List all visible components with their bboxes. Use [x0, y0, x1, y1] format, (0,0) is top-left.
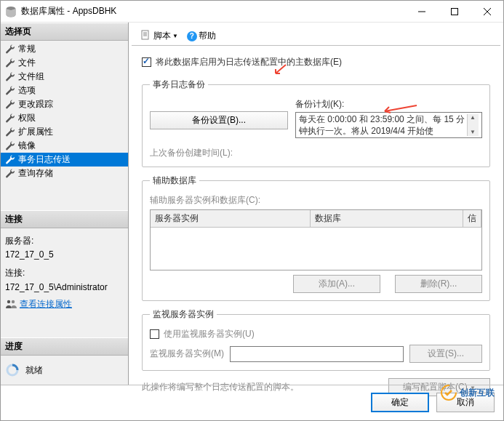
monitor-settings-button[interactable]: 设置(S)...: [409, 345, 482, 363]
col-server[interactable]: 服务器实例: [151, 210, 311, 227]
backup-group-legend: 事务日志备份: [150, 79, 208, 91]
monitor-instance-label: 监视服务器实例(M): [150, 348, 224, 360]
close-button[interactable]: [471, 1, 503, 22]
use-monitor-label: 使用监视服务器实例(U): [164, 328, 255, 340]
help-icon: ?: [187, 31, 197, 41]
add-button[interactable]: 添加(A)...: [293, 275, 380, 293]
help-button[interactable]: ? 帮助: [184, 28, 219, 44]
sidebar: 选择页 常规 文件 文件组 选项 更改跟踪 权限 扩展属性 镜像 事务日志传送 …: [1, 23, 129, 385]
main-panel: 脚本 ▼ ? 帮助 将此数据库启用为日志传送配置中的主数据库(E) 事务日志备份…: [129, 23, 503, 385]
wrench-icon: [5, 127, 15, 137]
chevron-down-icon: ▼: [172, 33, 178, 39]
svg-point-5: [7, 300, 10, 303]
svg-point-6: [12, 300, 15, 303]
minimize-button[interactable]: [405, 1, 438, 22]
people-icon: [5, 299, 17, 309]
progress-block: 就绪: [1, 356, 128, 385]
monitor-group: 监视服务器实例 使用监视服务器实例(U) 监视服务器实例(M) 设置(S)...: [142, 308, 490, 371]
wrench-icon: [5, 141, 15, 151]
page-item-permissions[interactable]: 权限: [1, 111, 128, 125]
maximize-button[interactable]: [438, 1, 471, 22]
wrench-icon: [5, 58, 15, 68]
col-trust[interactable]: 信: [463, 210, 481, 227]
script-button[interactable]: 脚本 ▼: [137, 28, 181, 44]
window-title: 数据库属性 - AppsDBHK: [21, 5, 405, 17]
wrench-icon: [5, 72, 15, 82]
scrollbar[interactable]: [467, 114, 479, 136]
server-value: 172_17_0_5: [5, 248, 124, 262]
page-item-files[interactable]: 文件: [1, 56, 128, 70]
cancel-button[interactable]: 取消: [436, 393, 495, 412]
secondary-instances-label: 辅助服务器实例和数据库(C):: [150, 194, 482, 207]
titlebar: 数据库属性 - AppsDBHK: [1, 1, 503, 23]
backup-plan-textbox[interactable]: 每天在 0:00:00 和 23:59:00 之间、每 15 分钟执行一次。将从…: [295, 112, 482, 138]
page-item-filegroups[interactable]: 文件组: [1, 70, 128, 84]
wrench-icon: [5, 44, 15, 55]
footer: 创新互联 确定 取消: [1, 385, 503, 420]
script-icon: [140, 30, 151, 42]
col-db[interactable]: 数据库: [311, 210, 463, 227]
wrench-icon: [5, 86, 15, 96]
connection-header: 连接: [1, 210, 128, 228]
server-label: 服务器:: [5, 234, 124, 248]
page-item-general[interactable]: 常规: [1, 42, 128, 56]
select-page-header: 选择页: [1, 23, 128, 41]
progress-status: 就绪: [25, 364, 43, 377]
wrench-icon: [5, 155, 15, 165]
svg-rect-2: [451, 8, 457, 15]
backup-settings-button[interactable]: 备份设置(B)...: [150, 111, 288, 129]
use-monitor-checkbox[interactable]: [150, 329, 159, 339]
wrench-icon: [5, 113, 15, 124]
secondary-group: 辅助数据库 辅助服务器实例和数据库(C): 服务器实例 数据库 信 添加(A).…: [142, 175, 490, 301]
spinner-icon: [5, 363, 20, 377]
db-icon: [5, 6, 17, 17]
enable-logshipping-checkbox[interactable]: [142, 57, 151, 67]
svg-point-0: [7, 7, 15, 10]
page-item-querystore[interactable]: 查询存储: [1, 167, 128, 180]
page-item-changetracking[interactable]: 更改跟踪: [1, 97, 128, 111]
wrench-icon: [5, 169, 15, 179]
last-backup-label: 上次备份创建时间(L):: [150, 147, 482, 159]
svg-rect-8: [142, 31, 148, 39]
ok-button[interactable]: 确定: [371, 393, 429, 412]
page-item-extendedprops[interactable]: 扩展属性: [1, 125, 128, 139]
view-connection-properties-link[interactable]: 查看连接属性: [20, 297, 72, 311]
page-item-logshipping[interactable]: 事务日志传送: [1, 153, 128, 167]
connection-label: 连接:: [5, 266, 124, 280]
backup-group: 事务日志备份 备份设置(B)... 备份计划(K): 每天在 0:00:00 和…: [142, 79, 490, 167]
remove-button[interactable]: 删除(R)...: [395, 275, 482, 293]
page-item-mirroring[interactable]: 镜像: [1, 139, 128, 153]
connection-value: 172_17_0_5\Administrator: [5, 281, 124, 294]
page-list: 常规 文件 文件组 选项 更改跟踪 权限 扩展属性 镜像 事务日志传送 查询存储: [1, 41, 128, 185]
enable-logshipping-label: 将此数据库启用为日志传送配置中的主数据库(E): [156, 56, 342, 68]
connection-info: 服务器: 172_17_0_5 连接: 172_17_0_5\Administr…: [1, 228, 128, 316]
wrench-icon: [5, 100, 15, 110]
monitor-instance-input[interactable]: [230, 346, 404, 362]
backup-plan-label: 备份计划(K):: [295, 98, 482, 111]
monitor-group-legend: 监视服务器实例: [150, 308, 217, 321]
secondary-grid[interactable]: 服务器实例 数据库 信: [150, 209, 482, 270]
page-item-options[interactable]: 选项: [1, 84, 128, 97]
toolbar: 脚本 ▼ ? 帮助: [132, 27, 500, 46]
secondary-group-legend: 辅助数据库: [150, 175, 199, 187]
progress-header: 进度: [1, 337, 128, 356]
